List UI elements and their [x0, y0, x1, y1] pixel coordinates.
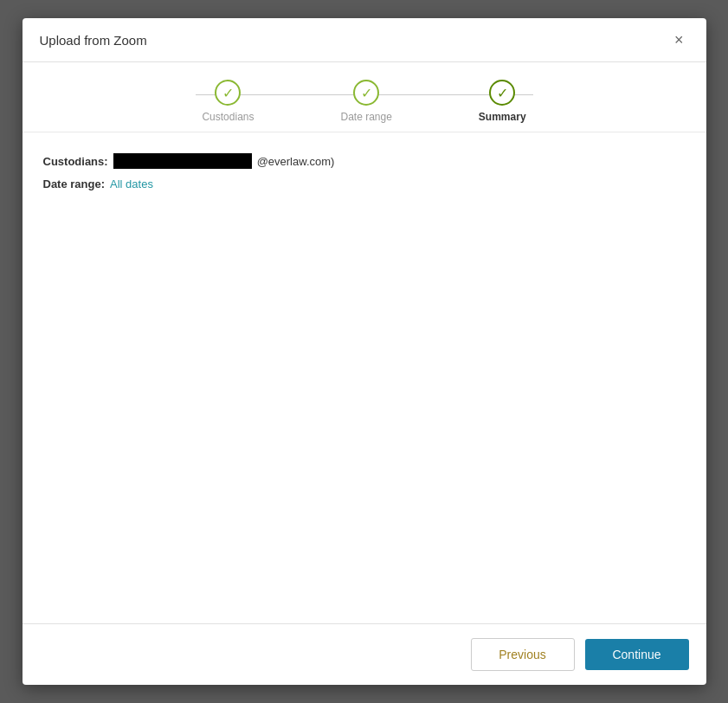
step-circle-summary: ✓	[489, 80, 515, 106]
step-summary: ✓ Summary	[479, 80, 526, 123]
modal-title: Upload from Zoom	[40, 33, 147, 48]
date-range-label: Date range:	[43, 177, 106, 190]
redacted-email	[113, 153, 252, 169]
step-label-custodians: Custodians	[202, 111, 254, 123]
step-label-date-range: Date range	[340, 111, 391, 123]
date-range-row: Date range: All dates	[43, 177, 686, 190]
custodians-suffix: @everlaw.com)	[257, 155, 335, 168]
close-button[interactable]: ×	[669, 30, 689, 49]
custodians-row: Custodians: @everlaw.com)	[43, 153, 686, 169]
previous-button[interactable]: Previous	[471, 638, 575, 671]
modal-overlay: Upload from Zoom × ✓ Custodians ✓ Date r…	[0, 0, 728, 703]
step-label-summary: Summary	[479, 111, 526, 123]
step-circle-date-range: ✓	[353, 80, 379, 106]
step-date-range: ✓ Date range	[340, 80, 391, 123]
steps-row: ✓ Custodians ✓ Date range ✓ Summary	[202, 80, 525, 123]
steps-container: ✓ Custodians ✓ Date range ✓ Summary	[23, 62, 706, 132]
modal-dialog: Upload from Zoom × ✓ Custodians ✓ Date r…	[23, 18, 706, 685]
step-circle-custodians: ✓	[215, 80, 241, 106]
custodians-label: Custodians:	[43, 155, 108, 168]
modal-body: Custodians: @everlaw.com) Date range: Al…	[23, 132, 706, 623]
date-range-value: All dates	[110, 177, 153, 190]
modal-footer: Previous Continue	[23, 623, 706, 685]
step-custodians: ✓ Custodians	[202, 80, 254, 123]
continue-button[interactable]: Continue	[585, 639, 689, 670]
modal-header: Upload from Zoom ×	[23, 18, 706, 62]
